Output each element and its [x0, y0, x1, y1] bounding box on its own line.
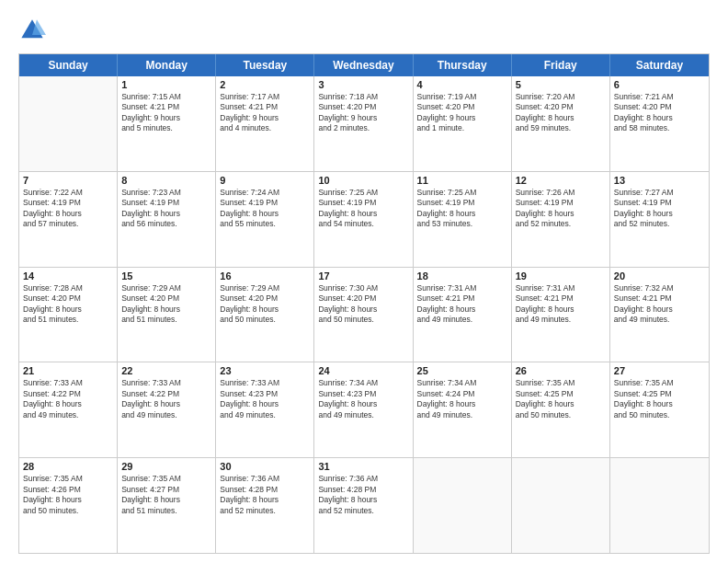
day-number: 30	[220, 461, 310, 472]
day-number: 31	[318, 461, 408, 472]
calendar-row-5: 28Sunrise: 7:35 AM Sunset: 4:26 PM Dayli…	[19, 458, 709, 553]
day-number: 23	[220, 365, 310, 376]
cell-info: Sunrise: 7:36 AM Sunset: 4:28 PM Dayligh…	[318, 474, 408, 516]
calendar-row-1: 1Sunrise: 7:15 AM Sunset: 4:21 PM Daylig…	[19, 76, 709, 172]
calendar-cell: 13Sunrise: 7:27 AM Sunset: 4:19 PM Dayli…	[610, 172, 709, 267]
cell-info: Sunrise: 7:28 AM Sunset: 4:20 PM Dayligh…	[23, 283, 113, 326]
logo-icon	[18, 17, 46, 44]
cell-info: Sunrise: 7:15 AM Sunset: 4:21 PM Dayligh…	[121, 92, 211, 134]
day-number: 3	[318, 79, 408, 90]
header	[18, 17, 710, 44]
cell-info: Sunrise: 7:35 AM Sunset: 4:27 PM Dayligh…	[121, 474, 211, 516]
logo	[18, 17, 50, 44]
calendar-cell: 18Sunrise: 7:31 AM Sunset: 4:21 PM Dayli…	[414, 268, 512, 362]
day-number: 21	[23, 365, 113, 376]
calendar-cell: 30Sunrise: 7:36 AM Sunset: 4:28 PM Dayli…	[216, 458, 314, 553]
day-number: 16	[220, 270, 310, 282]
day-number: 20	[614, 270, 705, 282]
day-number: 19	[516, 270, 606, 282]
calendar-cell: 9Sunrise: 7:24 AM Sunset: 4:19 PM Daylig…	[216, 172, 314, 267]
day-number: 28	[23, 461, 113, 472]
day-number: 5	[516, 79, 606, 90]
calendar-cell: 6Sunrise: 7:21 AM Sunset: 4:20 PM Daylig…	[610, 76, 709, 171]
cell-info: Sunrise: 7:34 AM Sunset: 4:24 PM Dayligh…	[417, 378, 507, 420]
cell-info: Sunrise: 7:33 AM Sunset: 4:22 PM Dayligh…	[23, 378, 113, 420]
cell-info: Sunrise: 7:29 AM Sunset: 4:20 PM Dayligh…	[121, 283, 211, 326]
day-number: 12	[516, 175, 606, 186]
calendar-cell: 8Sunrise: 7:23 AM Sunset: 4:19 PM Daylig…	[118, 172, 216, 267]
calendar-cell: 27Sunrise: 7:35 AM Sunset: 4:25 PM Dayli…	[610, 362, 709, 457]
day-number: 4	[417, 79, 507, 90]
calendar-cell	[610, 458, 709, 553]
day-number: 11	[417, 175, 507, 186]
calendar-cell: 2Sunrise: 7:17 AM Sunset: 4:21 PM Daylig…	[216, 76, 314, 171]
cell-info: Sunrise: 7:25 AM Sunset: 4:19 PM Dayligh…	[417, 188, 507, 230]
weekday-header-friday: Friday	[512, 54, 610, 76]
cell-info: Sunrise: 7:30 AM Sunset: 4:20 PM Dayligh…	[318, 283, 408, 326]
weekday-header-tuesday: Tuesday	[216, 54, 314, 76]
calendar-cell: 23Sunrise: 7:33 AM Sunset: 4:23 PM Dayli…	[216, 362, 314, 457]
cell-info: Sunrise: 7:25 AM Sunset: 4:19 PM Dayligh…	[318, 188, 408, 230]
cell-info: Sunrise: 7:23 AM Sunset: 4:19 PM Dayligh…	[121, 188, 211, 230]
calendar-row-2: 7Sunrise: 7:22 AM Sunset: 4:19 PM Daylig…	[19, 172, 709, 268]
day-number: 9	[220, 175, 310, 186]
cell-info: Sunrise: 7:35 AM Sunset: 4:25 PM Dayligh…	[516, 378, 606, 420]
calendar-cell: 4Sunrise: 7:19 AM Sunset: 4:20 PM Daylig…	[414, 76, 512, 171]
cell-info: Sunrise: 7:24 AM Sunset: 4:19 PM Dayligh…	[220, 188, 310, 230]
calendar-cell: 28Sunrise: 7:35 AM Sunset: 4:26 PM Dayli…	[19, 458, 118, 553]
day-number: 25	[417, 365, 507, 376]
calendar-cell	[19, 76, 118, 171]
day-number: 13	[614, 175, 705, 186]
calendar-cell: 7Sunrise: 7:22 AM Sunset: 4:19 PM Daylig…	[19, 172, 118, 267]
calendar-cell: 12Sunrise: 7:26 AM Sunset: 4:19 PM Dayli…	[512, 172, 610, 267]
cell-info: Sunrise: 7:31 AM Sunset: 4:21 PM Dayligh…	[417, 283, 507, 326]
cell-info: Sunrise: 7:27 AM Sunset: 4:19 PM Dayligh…	[614, 188, 705, 230]
calendar-cell: 29Sunrise: 7:35 AM Sunset: 4:27 PM Dayli…	[118, 458, 216, 553]
day-number: 27	[614, 365, 705, 376]
cell-info: Sunrise: 7:17 AM Sunset: 4:21 PM Dayligh…	[220, 92, 310, 134]
day-number: 24	[318, 365, 408, 376]
day-number: 17	[318, 270, 408, 282]
calendar-cell: 3Sunrise: 7:18 AM Sunset: 4:20 PM Daylig…	[314, 76, 413, 171]
cell-info: Sunrise: 7:33 AM Sunset: 4:22 PM Dayligh…	[121, 378, 211, 420]
cell-info: Sunrise: 7:19 AM Sunset: 4:20 PM Dayligh…	[417, 92, 507, 134]
weekday-header-wednesday: Wednesday	[314, 54, 413, 76]
cell-info: Sunrise: 7:18 AM Sunset: 4:20 PM Dayligh…	[318, 92, 408, 134]
weekday-header-saturday: Saturday	[610, 54, 709, 76]
calendar-header: SundayMondayTuesdayWednesdayThursdayFrid…	[19, 54, 709, 76]
calendar-cell: 24Sunrise: 7:34 AM Sunset: 4:23 PM Dayli…	[314, 362, 413, 457]
day-number: 15	[121, 270, 211, 282]
cell-info: Sunrise: 7:26 AM Sunset: 4:19 PM Dayligh…	[516, 188, 606, 230]
calendar-row-3: 14Sunrise: 7:28 AM Sunset: 4:20 PM Dayli…	[19, 268, 709, 363]
day-number: 10	[318, 175, 408, 186]
cell-info: Sunrise: 7:21 AM Sunset: 4:20 PM Dayligh…	[614, 92, 705, 134]
day-number: 29	[121, 461, 211, 472]
day-number: 6	[614, 79, 705, 90]
calendar-cell: 11Sunrise: 7:25 AM Sunset: 4:19 PM Dayli…	[414, 172, 512, 267]
calendar-cell: 21Sunrise: 7:33 AM Sunset: 4:22 PM Dayli…	[19, 362, 118, 457]
calendar-cell: 22Sunrise: 7:33 AM Sunset: 4:22 PM Dayli…	[118, 362, 216, 457]
calendar-body: 1Sunrise: 7:15 AM Sunset: 4:21 PM Daylig…	[19, 76, 709, 553]
calendar-cell	[414, 458, 512, 553]
cell-info: Sunrise: 7:22 AM Sunset: 4:19 PM Dayligh…	[23, 188, 113, 230]
weekday-header-sunday: Sunday	[19, 54, 118, 76]
weekday-header-thursday: Thursday	[414, 54, 512, 76]
day-number: 2	[220, 79, 310, 90]
day-number: 8	[121, 175, 211, 186]
calendar-cell: 20Sunrise: 7:32 AM Sunset: 4:21 PM Dayli…	[610, 268, 709, 362]
calendar-cell: 15Sunrise: 7:29 AM Sunset: 4:20 PM Dayli…	[118, 268, 216, 362]
cell-info: Sunrise: 7:35 AM Sunset: 4:26 PM Dayligh…	[23, 474, 113, 516]
calendar-cell: 19Sunrise: 7:31 AM Sunset: 4:21 PM Dayli…	[512, 268, 610, 362]
cell-info: Sunrise: 7:20 AM Sunset: 4:20 PM Dayligh…	[516, 92, 606, 134]
day-number: 14	[23, 270, 113, 282]
calendar-cell	[512, 458, 610, 553]
calendar-cell: 10Sunrise: 7:25 AM Sunset: 4:19 PM Dayli…	[314, 172, 413, 267]
day-number: 26	[516, 365, 606, 376]
calendar-cell: 17Sunrise: 7:30 AM Sunset: 4:20 PM Dayli…	[314, 268, 413, 362]
calendar-cell: 31Sunrise: 7:36 AM Sunset: 4:28 PM Dayli…	[314, 458, 413, 553]
day-number: 7	[23, 175, 113, 186]
calendar-cell: 14Sunrise: 7:28 AM Sunset: 4:20 PM Dayli…	[19, 268, 118, 362]
day-number: 18	[417, 270, 507, 282]
calendar-cell: 25Sunrise: 7:34 AM Sunset: 4:24 PM Dayli…	[414, 362, 512, 457]
calendar: SundayMondayTuesdayWednesdayThursdayFrid…	[18, 53, 710, 554]
